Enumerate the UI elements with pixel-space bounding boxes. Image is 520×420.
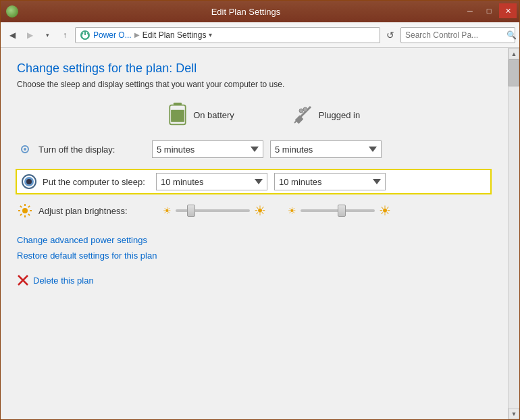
sleep-label-area: Put the computer to sleep: [21, 174, 156, 190]
plugged-label: Plugged in [319, 110, 360, 120]
main-content: Change settings for the plan: Dell Choos… [1, 48, 508, 419]
svg-line-19 [20, 206, 22, 207]
svg-point-7 [299, 109, 303, 113]
display-plugged-dropdown[interactable]: 5 minutes 1 minute2 minutes3 minutes 5 m… [270, 140, 382, 158]
svg-line-21 [28, 206, 30, 207]
battery-brightness-sun-small: ☀ [163, 205, 172, 216]
scrollbar-up-arrow[interactable]: ▲ [509, 48, 519, 59]
brightness-row: Adjust plan brightness: ☀ ☀ ☀ [17, 203, 492, 219]
sleep-controls: 5 minutes 10 minutes 15 minutes20 minute… [156, 173, 386, 190]
search-input[interactable] [405, 30, 506, 40]
sleep-label: Put the computer to sleep: [43, 177, 145, 187]
minimize-button[interactable]: ─ [461, 3, 479, 18]
sleep-setting-row: Put the computer to sleep: 5 minutes 10 … [16, 169, 492, 194]
up-button[interactable]: ↑ [57, 28, 72, 43]
delete-plan-row: Delete this plan [17, 274, 492, 286]
sleep-plugged-dropdown[interactable]: 5 minutes 10 minutes 15 minutes20 minute… [274, 173, 386, 190]
delete-plan-link[interactable]: Delete this plan [33, 275, 94, 286]
brightness-label: Adjust plan brightness: [38, 206, 128, 216]
page-subtitle: Choose the sleep and display settings th… [17, 80, 492, 89]
plugged-brightness-thumb[interactable] [338, 205, 346, 217]
close-button[interactable]: ✕ [499, 3, 517, 18]
breadcrumb-bar: Power O... ▶ Edit Plan Settings ▾ [75, 27, 380, 43]
display-label: Turn off the display: [38, 145, 115, 155]
svg-point-13 [26, 179, 32, 184]
back-button[interactable]: ◀ [5, 28, 20, 43]
power-header: On battery Plugged in [138, 103, 492, 127]
search-bar: 🔍 [400, 27, 515, 43]
battery-brightness-col: ☀ ☀ [152, 203, 277, 219]
svg-rect-3 [171, 110, 184, 122]
title-bar: Edit Plan Settings ─ □ ✕ [1, 1, 519, 22]
window-icon [6, 5, 18, 18]
restore-defaults-link[interactable]: Restore default settings for this plan [17, 251, 492, 261]
battery-label: On battery [193, 110, 234, 120]
breadcrumb-sep: ▶ [134, 31, 140, 38]
forward-button[interactable]: ▶ [22, 28, 37, 43]
plug-icon [292, 104, 313, 126]
page-heading: Change settings for the plan: Dell [17, 61, 492, 76]
battery-column-header: On battery [138, 103, 263, 127]
battery-brightness-sun-large: ☀ [254, 203, 266, 219]
address-bar: ◀ ▶ ▾ ↑ Power O... ▶ Edit Plan Settings … [1, 22, 519, 48]
svg-point-8 [303, 107, 307, 111]
scrollbar-track [509, 59, 519, 408]
content-area: Change settings for the plan: Dell Choos… [1, 48, 519, 419]
link-section: Change advanced power settings Restore d… [17, 235, 492, 261]
maximize-button[interactable]: □ [480, 3, 498, 18]
scrollbar-thumb[interactable] [509, 59, 519, 86]
brightness-controls: ☀ ☀ ☀ ☀ [152, 203, 402, 219]
svg-line-20 [28, 214, 30, 215]
search-icon: 🔍 [506, 30, 517, 40]
plugged-brightness-sun-large: ☀ [379, 203, 391, 219]
brightness-label-area: Adjust plan brightness: [17, 203, 152, 219]
plugged-brightness-sun-small: ☀ [288, 205, 296, 216]
display-label-area: Turn off the display: [17, 141, 152, 157]
plugged-brightness-col: ☀ ☀ [277, 203, 402, 219]
display-battery-dropdown[interactable]: 5 minutes 1 minute2 minutes3 minutes 5 m… [152, 140, 263, 158]
power-breadcrumb-icon [80, 30, 90, 41]
plugged-column-header: Plugged in [263, 104, 388, 126]
refresh-button[interactable]: ↺ [383, 28, 398, 43]
window-controls: ─ □ ✕ [461, 3, 517, 18]
display-controls: 5 minutes 1 minute2 minutes3 minutes 5 m… [152, 140, 382, 158]
display-icon [17, 141, 33, 157]
svg-point-10 [24, 148, 26, 151]
window-title: Edit Plan Settings [18, 7, 473, 17]
main-window: Edit Plan Settings ─ □ ✕ ◀ ▶ ▾ ↑ Power O… [0, 0, 520, 420]
advanced-settings-link[interactable]: Change advanced power settings [17, 235, 492, 245]
display-setting-row: Turn off the display: 5 minutes 1 minute… [17, 138, 492, 161]
plugged-brightness-track [301, 209, 375, 212]
battery-brightness-thumb[interactable] [187, 205, 195, 217]
breadcrumb-parent[interactable]: Power O... [93, 30, 132, 40]
battery-icon [167, 103, 188, 127]
scrollbar-down-arrow[interactable]: ▼ [509, 408, 519, 419]
breadcrumb-dropdown-arrow[interactable]: ▾ [209, 31, 212, 38]
brightness-icon [17, 203, 33, 219]
delete-icon [17, 274, 29, 286]
battery-brightness-track [176, 209, 250, 212]
svg-line-22 [20, 214, 22, 215]
breadcrumb-current: Edit Plan Settings [142, 30, 207, 40]
scrollbar: ▲ ▼ [508, 48, 519, 419]
sleep-icon [21, 174, 37, 190]
svg-point-14 [22, 208, 28, 213]
sleep-battery-dropdown[interactable]: 5 minutes 10 minutes 15 minutes20 minute… [156, 173, 267, 190]
dropdown-arrow-button[interactable]: ▾ [40, 28, 55, 43]
